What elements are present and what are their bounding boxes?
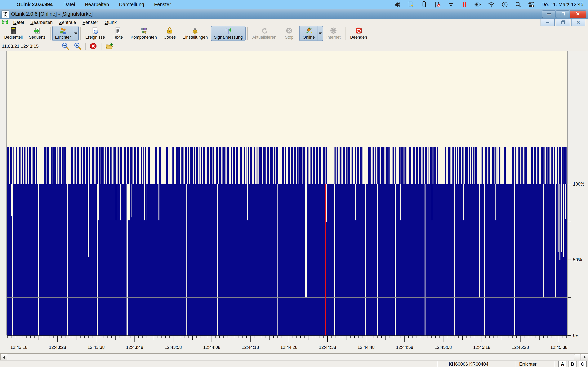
signal-dip	[555, 184, 556, 298]
signal-dip	[12, 184, 13, 335]
window-minimize-button[interactable]	[542, 10, 555, 18]
window-close-button[interactable]: ✕	[570, 10, 586, 18]
toolbar-button-label: Errichter	[55, 35, 71, 40]
signal-dip	[158, 184, 159, 220]
toolbar-button-label: Einstellungen	[182, 35, 208, 40]
menu-fenster[interactable]: Fenster	[79, 20, 101, 25]
x-axis-label: 12:44:28	[280, 345, 298, 350]
scrollbar-thumb[interactable]	[574, 354, 581, 360]
toolbar-button-ereignisse[interactable]: Ereignisse	[83, 26, 108, 41]
signal-dip	[277, 184, 277, 335]
signal-dip	[144, 184, 145, 220]
toolbar-dropdown-errichter[interactable]	[73, 26, 79, 41]
toolbar-button-label: Bedienteil	[4, 35, 23, 40]
horizontal-scrollbar[interactable]	[0, 353, 588, 361]
toolbar-button-sequenz[interactable]: Sequenz	[26, 26, 48, 41]
signal-dip	[558, 184, 559, 252]
battery-icon[interactable]	[421, 1, 428, 8]
toolbar-separator	[80, 27, 81, 40]
toolbar-button-signalmessung[interactable]: Signalmessung	[211, 26, 245, 41]
status-button-a[interactable]: A	[558, 361, 567, 367]
spotlight-icon[interactable]	[515, 1, 522, 8]
status-cell-devices: KH60006 KR60404	[437, 361, 516, 367]
toolbar-separator	[247, 27, 248, 40]
child-restore-button[interactable]	[556, 18, 570, 26]
x-axis-label: 12:45:08	[435, 345, 452, 350]
export-icon[interactable]	[105, 42, 113, 50]
status-cell-empty	[0, 361, 437, 367]
mac-menu-datei[interactable]: Datei	[58, 1, 80, 7]
child-close-button[interactable]: ✕	[571, 18, 585, 26]
window-titlebar[interactable]: OLink 2.0.6 [Online] - [Signalstärke] ✕	[0, 9, 588, 19]
x-axis-label: 12:43:28	[49, 345, 66, 350]
mac-clock[interactable]: Do. 11. März 12:45	[542, 1, 583, 8]
pause-icon[interactable]	[461, 1, 468, 8]
zoom-out-icon[interactable]	[61, 42, 70, 50]
cancel-icon[interactable]	[89, 42, 98, 50]
menu-datei[interactable]: Datei	[10, 20, 27, 25]
toolbar-button-einstellungen[interactable]: Einstellungen	[180, 26, 211, 41]
mac-app-menu[interactable]: OLink 2.0.6.994	[10, 1, 58, 8]
dropdown-triangle-icon[interactable]	[448, 1, 455, 8]
status-button-b[interactable]: B	[568, 361, 577, 367]
signal-dip	[355, 184, 356, 220]
signal-dip	[365, 184, 366, 335]
status-cell-role: Errichter	[516, 361, 554, 367]
mac-menu-bearbeiten[interactable]: Bearbeiten	[80, 1, 114, 7]
toolbar-button-komponenten[interactable]: Komponenten	[128, 26, 160, 41]
wifi-icon[interactable]	[488, 1, 495, 8]
time-machine-icon[interactable]	[501, 1, 508, 8]
toolbar-button-texte[interactable]: Texte	[108, 26, 127, 41]
scroll-left-button[interactable]	[0, 354, 7, 360]
signal-dip	[479, 184, 480, 298]
signal-icon	[225, 27, 232, 34]
signal-dip	[146, 184, 147, 220]
role-label: Errichter	[519, 361, 536, 367]
toolbar-button-label: Signalmessung	[214, 35, 242, 40]
toolbar-button-online[interactable]: Online	[299, 26, 318, 41]
users-icon	[59, 27, 67, 34]
menu-olink[interactable]: OLink	[102, 20, 120, 25]
mac-menu-darstellung[interactable]: Darstellung	[114, 1, 149, 7]
cursor-line[interactable]	[325, 184, 326, 335]
events-icon	[92, 27, 99, 34]
flag-error-icon[interactable]	[434, 1, 441, 8]
signal-dip	[186, 184, 187, 335]
sync-device-icon[interactable]	[407, 1, 415, 8]
refresh-icon	[261, 27, 268, 34]
x-axis-label: 12:45:18	[473, 345, 490, 350]
toolbar-button-errichter[interactable]: Errichter	[52, 26, 73, 41]
battery-level-icon[interactable]	[475, 1, 481, 8]
toolbar-button-label: Ereignisse	[85, 35, 105, 40]
zoom-in-icon[interactable]	[73, 42, 82, 50]
status-button-c[interactable]: C	[578, 361, 587, 367]
chevron-down-icon	[74, 33, 77, 35]
toolbar-button-codes[interactable]: Codes	[160, 26, 179, 41]
toolbar-button-stop: Stop	[280, 26, 299, 41]
screen: { "colors": { "bar_blue": "#07078a", "pl…	[0, 0, 588, 367]
signal-dip	[454, 184, 455, 335]
x-axis-label: 12:45:28	[512, 345, 529, 350]
menu-bearbeiten[interactable]: Bearbeiten	[27, 20, 56, 25]
signal-area	[7, 184, 567, 335]
volume-icon[interactable]	[394, 1, 401, 8]
sequence-icon	[34, 27, 41, 34]
mac-status-icons: Do. 11. März 12:45	[394, 1, 588, 8]
signal-dip	[247, 184, 248, 220]
quit-icon	[355, 27, 362, 34]
scroll-right-button[interactable]	[581, 354, 588, 360]
child-minimize-button[interactable]	[541, 18, 555, 26]
texts-icon	[114, 27, 121, 34]
toolbar-button-beenden[interactable]: Beenden	[347, 26, 370, 41]
settings-icon	[191, 27, 199, 34]
signal-dip	[116, 184, 116, 220]
x-axis-label: 12:43:18	[10, 345, 27, 350]
signal-strength-chart[interactable]: 100%50%0%12:43:1812:43:2812:43:3812:43:4…	[0, 51, 588, 353]
toolbar-button-bedienteil[interactable]: Bedienteil	[1, 26, 26, 41]
signal-dip	[400, 184, 401, 220]
window-restore-button[interactable]	[556, 10, 569, 18]
menu-zentrale[interactable]: Zentrale	[56, 20, 79, 25]
toolbar-dropdown-online[interactable]	[318, 26, 323, 41]
mac-menu-fenster[interactable]: Fenster	[149, 1, 176, 7]
control-center-icon[interactable]	[528, 1, 535, 8]
